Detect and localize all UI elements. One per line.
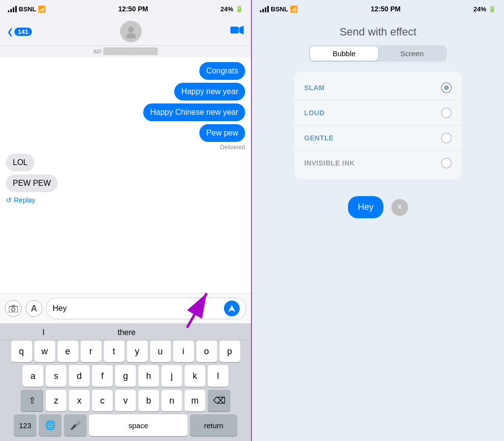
time-left: 12:50 PM xyxy=(118,5,148,13)
key-q[interactable]: q xyxy=(11,340,32,362)
key-backspace[interactable]: ⌫ xyxy=(208,390,230,411)
key-z[interactable]: z xyxy=(46,390,66,411)
key-e[interactable]: e xyxy=(58,340,78,362)
apps-button[interactable]: A xyxy=(26,300,42,317)
key-g[interactable]: g xyxy=(115,365,136,387)
key-y[interactable]: y xyxy=(127,340,148,362)
suggestion-2[interactable]: there xyxy=(118,328,135,337)
back-button[interactable]: ❮ 141 xyxy=(7,27,32,36)
option-gentle[interactable]: GENTLE xyxy=(294,126,462,151)
right-panel: BSNL 📶 12:50 PM 24% 🔋 Send with effect B… xyxy=(252,0,504,441)
contact-avatar[interactable] xyxy=(120,21,142,42)
keyboard-row-2: a s d f g h j k l xyxy=(2,365,249,387)
tab-bubble[interactable]: Bubble xyxy=(310,46,378,61)
key-w[interactable]: w xyxy=(34,340,55,362)
key-t[interactable]: t xyxy=(104,340,125,362)
key-u[interactable]: u xyxy=(150,340,171,362)
svg-marker-3 xyxy=(239,26,244,34)
wifi-icon-right: 📶 xyxy=(290,5,298,13)
carrier-right: BSNL xyxy=(271,5,288,13)
key-m[interactable]: m xyxy=(185,390,205,411)
video-icon xyxy=(230,25,244,35)
key-j[interactable]: j xyxy=(161,365,182,387)
replay-icon: ↺ xyxy=(6,196,12,204)
rbar3 xyxy=(265,7,266,12)
effect-tabs: Bubble Screen xyxy=(309,45,447,62)
replay-button[interactable]: ↺ Replay xyxy=(6,196,35,204)
send-icon xyxy=(228,305,236,312)
key-a[interactable]: a xyxy=(23,365,43,387)
key-i[interactable]: i xyxy=(173,340,194,362)
option-slam-label: SLAM xyxy=(304,84,325,92)
key-r[interactable]: r xyxy=(81,340,101,362)
key-return[interactable]: return xyxy=(190,414,237,436)
contact-name-text: azi xyxy=(94,47,102,55)
preview-area: Hey × xyxy=(348,196,408,218)
key-c[interactable]: c xyxy=(92,390,113,411)
svg-point-0 xyxy=(128,27,134,33)
bubble-chinese-new-year: Happy Chinese new year xyxy=(143,103,245,121)
status-bar-left: BSNL 📶 12:50 PM 24% 🔋 xyxy=(0,0,251,18)
key-numbers[interactable]: 123 xyxy=(14,414,36,436)
key-n[interactable]: n xyxy=(161,390,182,411)
key-x[interactable]: x xyxy=(69,390,90,411)
preview-bubble: Hey xyxy=(348,196,383,218)
contact-name-bar: azi ████████████ xyxy=(0,46,251,57)
option-gentle-radio[interactable] xyxy=(441,133,452,143)
input-bar: A xyxy=(0,293,251,323)
video-call-button[interactable] xyxy=(230,25,244,38)
time-right: 12:50 PM xyxy=(371,5,401,13)
tab-screen[interactable]: Screen xyxy=(378,46,446,61)
camera-icon xyxy=(9,305,18,312)
effect-options-list: SLAM LOUD GENTLE INVISIBLE INK xyxy=(294,71,462,179)
key-l[interactable]: l xyxy=(208,365,228,387)
key-o[interactable]: o xyxy=(196,340,217,362)
key-emoji[interactable]: 🌐 xyxy=(39,414,62,436)
key-s[interactable]: s xyxy=(46,365,66,387)
battery-icon-left: 🔋 xyxy=(235,5,243,13)
option-loud[interactable]: LOUD xyxy=(294,101,462,126)
option-invisible-ink[interactable]: INVISIBLE INK xyxy=(294,151,462,175)
key-shift[interactable]: ⇧ xyxy=(21,390,43,411)
camera-button[interactable] xyxy=(5,300,22,317)
bubble-pew-pew-in: PEW PEW xyxy=(6,174,58,192)
bubble-pew-pew: Pew pew xyxy=(199,124,245,142)
battery-icon-right: 🔋 xyxy=(488,5,496,13)
battery-percent-right: 24% xyxy=(473,5,486,13)
option-loud-radio[interactable] xyxy=(441,107,452,118)
key-v[interactable]: v xyxy=(115,390,136,411)
key-b[interactable]: b xyxy=(138,390,159,411)
chevron-left-icon: ❮ xyxy=(7,27,13,36)
battery-area-right: 24% 🔋 xyxy=(473,5,496,13)
signal-bars-left xyxy=(8,6,17,12)
message-input[interactable] xyxy=(53,304,221,313)
nav-bar: ❮ 141 xyxy=(0,18,251,46)
bubble-happy-new-year: Happy new year xyxy=(174,83,245,101)
key-h[interactable]: h xyxy=(138,365,159,387)
key-p[interactable]: p xyxy=(220,340,240,362)
key-mic[interactable]: 🎤 xyxy=(64,414,87,436)
option-slam[interactable]: SLAM xyxy=(294,75,462,101)
option-loud-label: LOUD xyxy=(304,109,325,117)
bubble-congrats: Congrats xyxy=(199,62,245,80)
key-f[interactable]: f xyxy=(92,365,113,387)
carrier-signal-left: BSNL 📶 xyxy=(8,5,46,13)
key-k[interactable]: k xyxy=(185,365,205,387)
option-gentle-label: GENTLE xyxy=(304,134,334,142)
carrier-signal-right: BSNL 📶 xyxy=(260,5,298,13)
keyboard-row-4: 123 🌐 🎤 space return xyxy=(2,414,249,436)
bar1 xyxy=(8,10,9,12)
bubble-lol: LOL xyxy=(6,154,34,171)
close-icon: × xyxy=(397,202,403,212)
option-slam-radio[interactable] xyxy=(441,82,452,93)
option-invisible-ink-radio[interactable] xyxy=(441,158,452,169)
rbar4 xyxy=(267,6,269,12)
preview-close-button[interactable]: × xyxy=(391,199,408,216)
key-d[interactable]: d xyxy=(69,365,90,387)
key-space[interactable]: space xyxy=(89,414,188,436)
wifi-icon-left: 📶 xyxy=(38,5,46,13)
suggestion-1[interactable]: I xyxy=(42,328,44,337)
delivered-label: Delivered xyxy=(220,144,245,151)
send-button[interactable] xyxy=(224,301,240,316)
message-input-wrap[interactable] xyxy=(46,298,246,319)
